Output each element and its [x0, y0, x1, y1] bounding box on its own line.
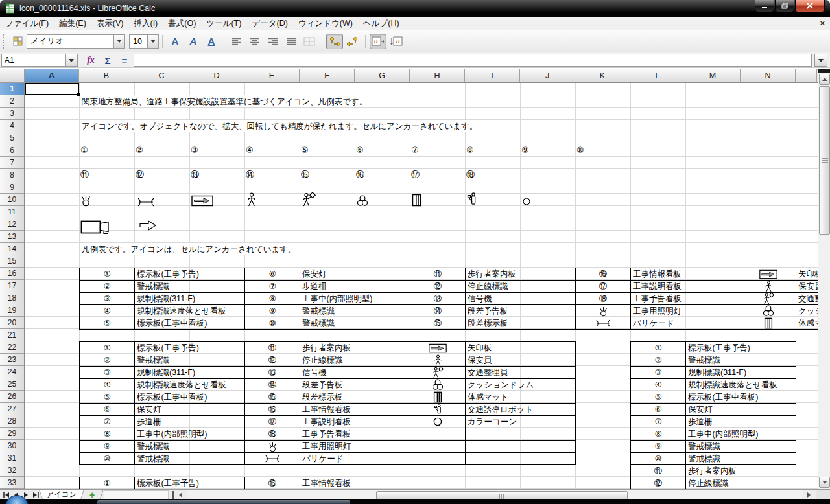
sheet-tab-active[interactable]: アイコン — [39, 490, 84, 500]
align-justify-button[interactable] — [283, 34, 300, 49]
row-header-10[interactable]: 10 — [0, 194, 24, 206]
cushion-drum-icon[interactable] — [741, 305, 796, 317]
font-name-combo[interactable]: メイリオ — [27, 34, 125, 49]
legend-number-cell[interactable]: ⑫ — [410, 281, 466, 293]
minimize-button[interactable] — [755, 0, 774, 12]
row-header-18[interactable]: 18 — [0, 292, 24, 304]
legend-label-cell[interactable]: 歩行者案内板 — [300, 342, 410, 354]
legend-number-cell[interactable]: ⑰ — [245, 416, 300, 428]
legend-label-cell[interactable]: 標示板(工事予告) — [135, 477, 245, 489]
flag-person-icon[interactable] — [741, 293, 796, 305]
work-light-icon[interactable] — [81, 193, 91, 207]
legend-number-cell[interactable]: ⑤ — [80, 317, 135, 330]
left-to-right-button[interactable] — [326, 34, 343, 49]
anchored-number-2-4[interactable]: ⑭ — [246, 170, 254, 179]
legend-label-cell[interactable]: 警戒標識 — [300, 317, 410, 330]
legend-label-cell[interactable]: 規制標識(311-F) — [686, 367, 796, 379]
legend-label-cell[interactable]: 工事情報看板 — [631, 268, 741, 281]
legend-label-cell[interactable]: 停止線標識 — [686, 477, 796, 489]
legend-label-cell[interactable]: 規制標識(311-F) — [135, 293, 245, 305]
legend-label-cell[interactable]: 規制標識(311-F) — [135, 367, 245, 379]
taskbar-app-button[interactable] — [97, 500, 350, 504]
legend-number-cell[interactable]: ⑭ — [410, 305, 466, 317]
legend-label-cell[interactable]: 信号機 — [466, 293, 576, 305]
legend-number-cell[interactable]: ⑯ — [245, 477, 300, 489]
menu-item-help[interactable]: ヘルプ(H) — [358, 17, 405, 30]
row-header-19[interactable]: 19 — [0, 304, 24, 317]
vertical-scrollbar-thumb[interactable] — [819, 86, 830, 235]
legend-number-cell[interactable]: ⑦ — [80, 416, 135, 428]
legend-label-cell[interactable]: 交通誘導ロボット — [466, 404, 576, 416]
legend-number-cell[interactable]: ⑧ — [631, 428, 686, 441]
guard-person-icon[interactable] — [410, 354, 466, 367]
legend-label-cell[interactable]: 標示板(工事予告) — [135, 342, 245, 354]
robot-icon[interactable] — [467, 192, 477, 207]
menu-item-window[interactable]: ウィンドウ(W) — [293, 17, 358, 30]
mat-icon[interactable] — [412, 194, 421, 207]
column-header-A[interactable]: A — [25, 69, 79, 82]
legend-number-cell[interactable]: ⑦ — [631, 416, 686, 428]
legend-label-cell[interactable]: 交通整理員 — [796, 293, 818, 305]
anchored-number-2-1[interactable]: ⑪ — [80, 170, 89, 179]
menu-item-format[interactable]: 書式(O) — [163, 17, 201, 30]
row-header-5[interactable]: 5 — [0, 132, 24, 144]
legend-number-cell[interactable]: ① — [80, 342, 135, 354]
legend-number-cell[interactable]: ⑯ — [576, 268, 631, 281]
legend-label-cell[interactable]: 停止線標識 — [300, 354, 410, 367]
legend-label-cell[interactable]: 標示板(工事中看板) — [135, 391, 245, 404]
anchored-number-2-5[interactable]: ⑮ — [301, 170, 309, 179]
legend-label-cell[interactable]: 標示板(工事中看板) — [135, 317, 245, 330]
legend-label-cell[interactable]: 警戒標識 — [135, 441, 245, 453]
legend-number-cell[interactable]: ① — [80, 268, 135, 281]
anchored-number-2-7[interactable]: ⑰ — [411, 170, 420, 179]
italic-button[interactable]: A — [185, 34, 202, 49]
legend-label-cell[interactable]: 規制標識速度落とせ看板 — [135, 379, 245, 391]
anchored-number-9[interactable]: ⑨ — [521, 146, 529, 155]
underline-button[interactable]: A — [203, 34, 220, 49]
guard-person-icon[interactable] — [741, 281, 796, 293]
row-header-3[interactable]: 3 — [0, 108, 24, 120]
legend-empty-cell[interactable] — [410, 441, 466, 453]
robot-icon[interactable] — [410, 404, 466, 416]
legend-empty-cell[interactable] — [466, 453, 576, 465]
legend-number-cell[interactable]: ① — [631, 342, 686, 354]
barricade-icon[interactable] — [576, 317, 631, 330]
legend-number-cell[interactable]: ⑭ — [245, 379, 300, 391]
select-all-corner[interactable] — [0, 69, 25, 83]
formula-bar-expand-icon[interactable] — [814, 54, 827, 67]
legend-number-cell[interactable]: ④ — [80, 305, 135, 317]
column-header-C[interactable]: C — [134, 69, 189, 82]
row-header-23[interactable]: 23 — [0, 354, 24, 366]
column-header-D[interactable]: D — [189, 69, 244, 82]
legend-label-cell[interactable]: 規制標識速度落とせ看板 — [686, 379, 796, 391]
row-header-28[interactable]: 28 — [0, 415, 24, 428]
legend-number-cell[interactable]: ⑧ — [245, 293, 300, 305]
row-header-26[interactable]: 26 — [0, 391, 24, 403]
legend-number-cell[interactable]: ④ — [631, 379, 686, 391]
legend-label-cell[interactable]: 体感マット — [466, 391, 576, 404]
legend-label-cell[interactable]: 保安灯 — [135, 404, 245, 416]
text-horizontal-button[interactable]: a — [370, 34, 386, 49]
menu-item-data[interactable]: データ(D) — [246, 17, 292, 30]
barricade-icon[interactable] — [245, 453, 300, 465]
row-header-4[interactable]: 4 — [0, 120, 24, 132]
legend-number-cell[interactable]: ⑥ — [80, 404, 135, 416]
legend-label-cell[interactable]: 標示板(工事中看板) — [686, 391, 796, 404]
column-header-M[interactable]: M — [685, 69, 741, 82]
anchored-number-1[interactable]: ① — [80, 146, 88, 155]
column-header-H[interactable]: H — [410, 69, 465, 82]
anchored-number-2-2[interactable]: ⑫ — [136, 170, 144, 179]
align-right-button[interactable] — [265, 34, 281, 49]
legend-label-cell[interactable]: 工事中(内部照明型) — [686, 428, 796, 441]
text-vertical-button[interactable]: a — [388, 34, 405, 49]
horizontal-split-handle[interactable] — [172, 491, 174, 499]
legend-label-cell[interactable]: 段差予告板 — [300, 379, 410, 391]
legend-label-cell[interactable]: 信号機 — [300, 367, 410, 379]
bold-button[interactable]: A — [167, 34, 184, 49]
cone-icon[interactable] — [522, 196, 531, 207]
legend-label-cell[interactable]: 警戒標識 — [300, 305, 410, 317]
legend-number-cell[interactable]: ⑬ — [245, 367, 300, 379]
add-sheet-button[interactable]: + — [86, 490, 98, 499]
formula-input[interactable] — [134, 54, 812, 67]
legend-label-cell[interactable]: 段差標示板 — [300, 391, 410, 404]
